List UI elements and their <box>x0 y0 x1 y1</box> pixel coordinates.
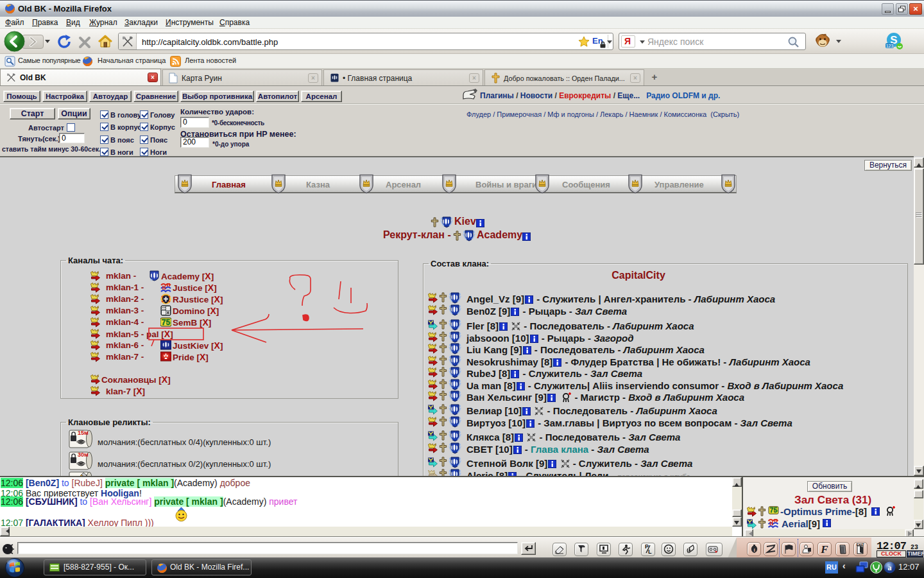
svg-text:L: L <box>648 548 652 555</box>
svg-text:123: 123 <box>886 44 894 48</box>
svg-text:EXIT: EXIT <box>856 543 864 547</box>
svg-text:F: F <box>820 543 828 556</box>
svg-text:a: a <box>888 563 892 572</box>
svg-text:i: i <box>753 547 755 553</box>
